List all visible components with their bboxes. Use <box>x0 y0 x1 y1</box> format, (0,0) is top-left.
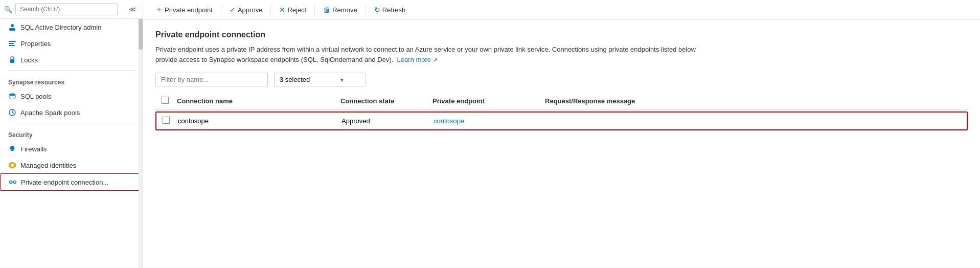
svg-rect-4 <box>9 45 15 46</box>
sidebar-item-label: Locks <box>20 56 38 64</box>
aad-icon <box>8 23 16 31</box>
reject-label: Reject <box>287 6 306 14</box>
sidebar-item-locks[interactable]: Locks <box>0 52 143 68</box>
external-link-icon: ↗ <box>433 57 438 63</box>
scrollbar-thumb[interactable] <box>139 19 143 50</box>
scrollbar-track <box>139 19 143 268</box>
chevron-down-icon: ▾ <box>340 76 344 83</box>
col-header-connection-name: Connection name <box>177 97 340 105</box>
add-icon: ＋ <box>155 5 163 14</box>
private-endpoint-icon <box>9 178 17 186</box>
search-icon: 🔍 <box>4 5 12 13</box>
svg-rect-2 <box>9 41 16 42</box>
remove-button[interactable]: 🗑 Remove <box>319 4 361 16</box>
sidebar-item-label: SQL pools <box>20 93 51 100</box>
svg-point-6 <box>9 94 15 96</box>
sidebar-item-label: Apache Spark pools <box>20 109 80 117</box>
private-endpoint-link[interactable]: contosope <box>434 117 546 125</box>
search-input[interactable] <box>15 3 118 15</box>
select-all-checkbox[interactable] <box>162 97 169 104</box>
filter-selected-dropdown[interactable]: 3 selected ▾ <box>274 73 366 86</box>
page-title: Private endpoint connection <box>155 30 968 39</box>
sidebar-search-bar: 🔍 ≪ <box>0 0 143 19</box>
svg-rect-3 <box>9 43 14 44</box>
table-row: contosope Approved contosope <box>155 111 968 130</box>
sidebar-item-firewalls[interactable]: Firewalls <box>0 141 143 157</box>
filter-selected-label: 3 selected <box>280 76 310 83</box>
svg-point-11 <box>14 181 16 184</box>
reject-button[interactable]: ✕ Reject <box>275 4 310 16</box>
sidebar-item-label: SQL Active Directory admin <box>20 24 101 31</box>
toolbar: ＋ Private endpoint ✓ Approve ✕ Reject 🗑 … <box>143 0 980 20</box>
content-area: Private endpoint connection Private endp… <box>143 20 980 268</box>
table-header-row: Connection name Connection state Private… <box>155 93 968 110</box>
spark-icon <box>8 108 16 117</box>
col-header-private-endpoint: Private endpoint <box>432 97 545 105</box>
sidebar: 🔍 ≪ SQL Active Directory admin Propertie… <box>0 0 143 268</box>
svg-point-10 <box>10 181 12 184</box>
remove-icon: 🗑 <box>323 6 330 14</box>
divider-1 <box>8 70 134 71</box>
connection-state-cell: Approved <box>341 117 434 125</box>
separator-4 <box>366 5 366 15</box>
separator-2 <box>270 5 271 15</box>
section-synapse-resources: Synapse resources <box>0 73 143 88</box>
sidebar-item-sql-active-directory[interactable]: SQL Active Directory admin <box>0 19 143 35</box>
connection-name-cell: contosope <box>178 117 341 125</box>
reject-icon: ✕ <box>279 6 285 14</box>
add-private-endpoint-button[interactable]: ＋ Private endpoint <box>151 3 217 16</box>
sidebar-item-apache-spark-pools[interactable]: Apache Spark pools <box>0 104 143 121</box>
divider-2 <box>8 123 134 123</box>
row-select-checkbox[interactable] <box>163 117 170 124</box>
approve-label: Approve <box>238 6 262 14</box>
sidebar-item-sql-pools[interactable]: SQL pools <box>0 88 143 104</box>
filter-row: 3 selected ▾ <box>155 73 968 86</box>
header-checkbox-cell <box>162 97 177 105</box>
svg-rect-5 <box>10 59 14 63</box>
managed-identities-icon <box>8 161 16 169</box>
row-checkbox-cell <box>163 117 178 125</box>
sidebar-item-label: Properties <box>20 40 51 48</box>
sidebar-scroll-area: SQL Active Directory admin Properties Lo… <box>0 19 143 268</box>
sidebar-item-properties[interactable]: Properties <box>0 35 143 52</box>
properties-icon <box>8 39 16 48</box>
sidebar-item-private-endpoint-connection[interactable]: Private endpoint connection... <box>0 173 143 191</box>
main-panel: ＋ Private endpoint ✓ Approve ✕ Reject 🗑 … <box>143 0 980 268</box>
refresh-button[interactable]: ↻ Refresh <box>370 4 410 16</box>
locks-icon <box>8 56 16 64</box>
section-security: Security <box>0 125 143 141</box>
separator-3 <box>314 5 315 15</box>
separator-1 <box>221 5 221 15</box>
svg-point-0 <box>11 24 14 27</box>
col-header-request-response: Request/Response message <box>545 97 962 105</box>
page-description: Private endpoint uses a private IP addre… <box>155 44 718 64</box>
learn-more-link[interactable]: Learn more <box>397 56 431 63</box>
svg-rect-1 <box>9 28 15 31</box>
sidebar-item-managed-identities[interactable]: Managed identities <box>0 157 143 173</box>
connections-table: Connection name Connection state Private… <box>155 93 968 130</box>
svg-point-9 <box>11 164 14 167</box>
remove-label: Remove <box>332 6 357 14</box>
approve-icon: ✓ <box>230 6 236 14</box>
sidebar-item-label: Private endpoint connection... <box>21 178 108 186</box>
col-header-connection-state: Connection state <box>340 97 432 105</box>
sidebar-item-label: Managed identities <box>20 162 76 169</box>
collapse-sidebar-button[interactable]: ≪ <box>127 4 139 14</box>
sidebar-item-label: Firewalls <box>20 145 47 153</box>
refresh-label: Refresh <box>382 6 406 14</box>
sql-pools-icon <box>8 92 16 100</box>
add-label: Private endpoint <box>165 6 213 14</box>
refresh-icon: ↻ <box>374 6 380 14</box>
filter-by-name-input[interactable] <box>155 73 268 86</box>
approve-button[interactable]: ✓ Approve <box>225 4 266 16</box>
firewalls-icon <box>8 145 16 153</box>
